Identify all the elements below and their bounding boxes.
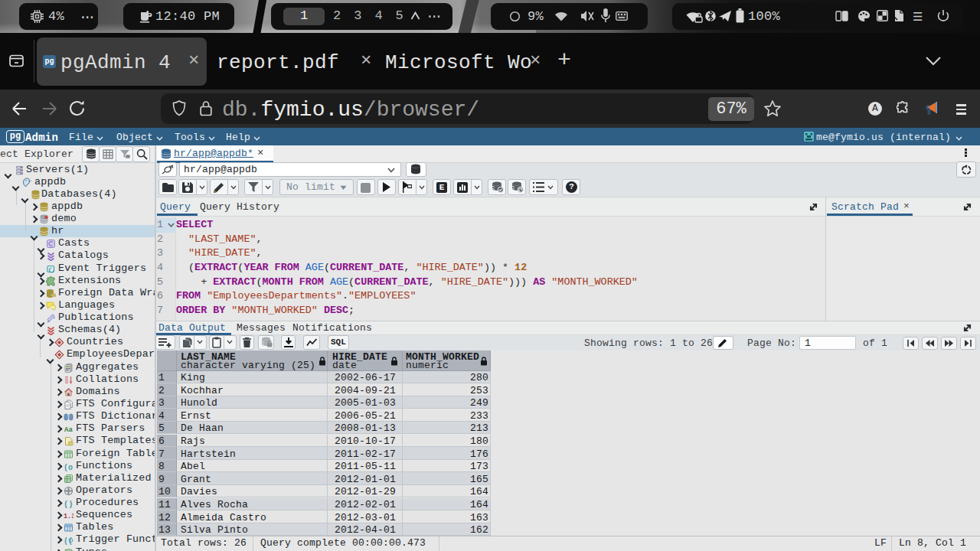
svg-text:(): (): [64, 500, 74, 509]
svg-text:(ο): (ο): [64, 463, 74, 471]
svg-text:((: ((: [64, 537, 73, 546]
svg-text:Aa: Aa: [64, 426, 73, 434]
svg-text:1.3: 1.3: [64, 513, 74, 520]
